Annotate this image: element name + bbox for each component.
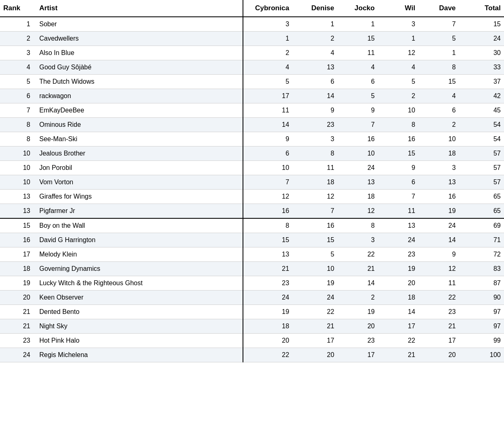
wil-cell: 4 [378,60,419,75]
denise-cell: 8 [293,147,338,161]
artist-cell: Good Guy Sôjàbé [36,60,243,75]
denise-cell: 23 [293,118,338,132]
artist-cell: Lucky Witch & the Righteous Ghost [36,276,243,291]
rankings-table: Rank Artist Cybronica Denise Jocko Wil D… [0,0,504,362]
total-cell: 97 [459,319,504,334]
dave-cell: 12 [419,262,459,276]
jocko-cell: 2 [337,291,378,305]
rank-cell: 8 [0,132,36,147]
artist-cell: EmKayDeeBee [36,103,243,118]
total-cell: 100 [459,348,504,362]
rank-cell: 24 [0,348,36,362]
denise-cell: 6 [293,75,338,89]
jocko-cell: 4 [337,60,378,75]
table-row: 13Pigfarmer Jr16712111965 [0,204,504,219]
jocko-cell: 24 [337,161,378,175]
cybronica-cell: 19 [243,305,293,319]
jocko-cell: 5 [337,89,378,103]
rank-cell: 6 [0,89,36,103]
dave-cell: 16 [419,190,459,204]
artist-cell: Jealous Brother [36,147,243,161]
table-row: 19Lucky Witch & the Righteous Ghost23191… [0,276,504,291]
artist-cell: Sober [36,17,243,32]
cybronica-cell: 1 [243,32,293,46]
wil-cell: 17 [378,319,419,334]
dave-cell: 8 [419,60,459,75]
total-cell: 69 [459,218,504,233]
jocko-cell: 10 [337,147,378,161]
table-row: 21Dented Bento192219142397 [0,305,504,319]
jocko-cell: 15 [337,32,378,46]
dave-cell: 3 [419,161,459,175]
table-row: 16David G Harrington15153241471 [0,233,504,247]
artist-cell: Night Sky [36,319,243,334]
rank-cell: 16 [0,233,36,247]
artist-cell: Also In Blue [36,46,243,60]
total-cell: 37 [459,75,504,89]
artist-cell: Hot Pink Halo [36,334,243,348]
dave-cell: 15 [419,75,459,89]
jocko-cell: 20 [337,319,378,334]
denise-cell: 16 [293,218,338,233]
cybronica-cell: 11 [243,103,293,118]
dave-cell: 2 [419,118,459,132]
artist-cell: Ominous Ride [36,118,243,132]
header-dave: Dave [419,0,459,17]
wil-cell: 12 [378,46,419,60]
jocko-cell: 1 [337,17,378,32]
dave-cell: 18 [419,147,459,161]
total-cell: 45 [459,103,504,118]
jocko-cell: 12 [337,204,378,219]
rank-cell: 17 [0,247,36,262]
dave-cell: 7 [419,17,459,32]
jocko-cell: 8 [337,218,378,233]
dave-cell: 1 [419,46,459,60]
jocko-cell: 22 [337,247,378,262]
header-total: Total [459,0,504,17]
wil-cell: 20 [378,276,419,291]
jocko-cell: 17 [337,348,378,362]
table-row: 10Jon Porobil1011249357 [0,161,504,175]
total-cell: 57 [459,147,504,161]
denise-cell: 13 [293,60,338,75]
wil-cell: 24 [378,233,419,247]
denise-cell: 9 [293,103,338,118]
rank-cell: 21 [0,305,36,319]
total-cell: 72 [459,247,504,262]
table-row: 17Melody Klein1352223972 [0,247,504,262]
artist-cell: Pigfarmer Jr [36,204,243,219]
denise-cell: 3 [293,132,338,147]
jocko-cell: 11 [337,46,378,60]
rank-cell: 18 [0,262,36,276]
total-cell: 83 [459,262,504,276]
denise-cell: 1 [293,17,338,32]
wil-cell: 15 [378,147,419,161]
total-cell: 42 [459,89,504,103]
table-row: 10Vom Vorton7181361357 [0,175,504,190]
wil-cell: 3 [378,17,419,32]
total-cell: 15 [459,17,504,32]
artist-cell: Giraffes for Wings [36,190,243,204]
cybronica-cell: 14 [243,118,293,132]
wil-cell: 14 [378,305,419,319]
denise-cell: 20 [293,348,338,362]
table-row: 8Ominous Ride142378254 [0,118,504,132]
wil-cell: 18 [378,291,419,305]
dave-cell: 19 [419,204,459,219]
dave-cell: 24 [419,218,459,233]
rank-cell: 10 [0,147,36,161]
table-row: 1Sober3113715 [0,17,504,32]
dave-cell: 6 [419,103,459,118]
wil-cell: 8 [378,118,419,132]
dave-cell: 9 [419,247,459,262]
total-cell: 71 [459,233,504,247]
total-cell: 24 [459,32,504,46]
wil-cell: 9 [378,161,419,175]
jocko-cell: 6 [337,75,378,89]
cybronica-cell: 5 [243,75,293,89]
wil-cell: 23 [378,247,419,262]
header-rank: Rank [0,0,36,17]
total-cell: 57 [459,161,504,175]
cybronica-cell: 3 [243,17,293,32]
wil-cell: 2 [378,89,419,103]
